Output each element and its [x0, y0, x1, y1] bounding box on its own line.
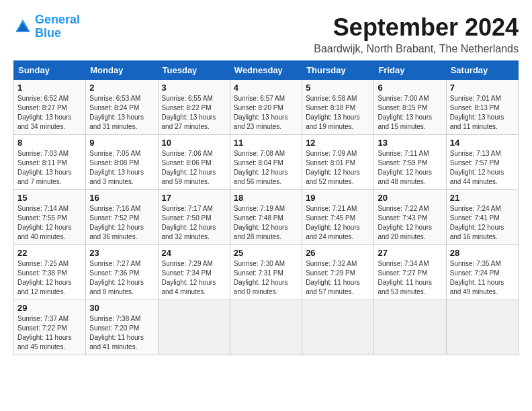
- calendar-cell: 4Sunrise: 6:57 AMSunset: 8:20 PMDaylight…: [230, 80, 302, 135]
- day-info: Sunrise: 7:08 AMSunset: 8:04 PMDaylight:…: [234, 149, 298, 187]
- calendar-week-2: 8Sunrise: 7:03 AMSunset: 8:11 PMDaylight…: [14, 135, 519, 190]
- calendar-cell: 22Sunrise: 7:25 AMSunset: 7:38 PMDayligh…: [14, 245, 86, 300]
- day-info: Sunrise: 7:22 AMSunset: 7:43 PMDaylight:…: [378, 204, 442, 242]
- day-info: Sunrise: 7:13 AMSunset: 7:57 PMDaylight:…: [450, 149, 515, 187]
- header-tuesday: Tuesday: [158, 61, 230, 80]
- day-number: 4: [234, 83, 298, 93]
- day-info: Sunrise: 7:01 AMSunset: 8:13 PMDaylight:…: [450, 94, 515, 132]
- header-thursday: Thursday: [302, 61, 374, 80]
- calendar-cell: 27Sunrise: 7:34 AMSunset: 7:27 PMDayligh…: [374, 245, 446, 300]
- calendar-week-3: 15Sunrise: 7:14 AMSunset: 7:55 PMDayligh…: [14, 190, 519, 245]
- calendar-cell: [446, 300, 518, 355]
- day-info: Sunrise: 7:14 AMSunset: 7:55 PMDaylight:…: [17, 204, 82, 242]
- day-info: Sunrise: 7:19 AMSunset: 7:48 PMDaylight:…: [234, 204, 298, 242]
- day-number: 23: [89, 248, 154, 258]
- calendar-cell: 15Sunrise: 7:14 AMSunset: 7:55 PMDayligh…: [14, 190, 86, 245]
- day-info: Sunrise: 7:37 AMSunset: 7:22 PMDaylight:…: [17, 314, 82, 352]
- calendar-cell: 26Sunrise: 7:32 AMSunset: 7:29 PMDayligh…: [302, 245, 374, 300]
- header-sunday: Sunday: [14, 61, 86, 80]
- day-number: 20: [378, 193, 442, 203]
- logo: GeneralBlue: [13, 13, 80, 40]
- day-number: 16: [89, 193, 154, 203]
- day-info: Sunrise: 7:25 AMSunset: 7:38 PMDaylight:…: [17, 259, 82, 297]
- title-block: September 2024 Baardwijk, North Brabant,…: [314, 13, 519, 55]
- header-wednesday: Wednesday: [230, 61, 302, 80]
- header-friday: Friday: [374, 61, 446, 80]
- day-info: Sunrise: 6:55 AMSunset: 8:22 PMDaylight:…: [162, 94, 226, 132]
- calendar-cell: 3Sunrise: 6:55 AMSunset: 8:22 PMDaylight…: [158, 80, 230, 135]
- day-info: Sunrise: 7:29 AMSunset: 7:34 PMDaylight:…: [162, 259, 226, 297]
- day-info: Sunrise: 7:00 AMSunset: 8:15 PMDaylight:…: [378, 94, 442, 132]
- calendar-week-4: 22Sunrise: 7:25 AMSunset: 7:38 PMDayligh…: [14, 245, 519, 300]
- calendar-cell: 29Sunrise: 7:37 AMSunset: 7:22 PMDayligh…: [14, 300, 86, 355]
- day-number: 7: [450, 83, 515, 93]
- calendar-cell: 20Sunrise: 7:22 AMSunset: 7:43 PMDayligh…: [374, 190, 446, 245]
- calendar-cell: [230, 300, 302, 355]
- day-number: 24: [162, 248, 226, 258]
- day-number: 12: [306, 138, 370, 148]
- location-subtitle: Baardwijk, North Brabant, The Netherland…: [314, 43, 519, 55]
- day-info: Sunrise: 7:27 AMSunset: 7:36 PMDaylight:…: [89, 259, 154, 297]
- day-info: Sunrise: 7:35 AMSunset: 7:24 PMDaylight:…: [450, 259, 515, 297]
- day-number: 13: [378, 138, 442, 148]
- calendar-week-1: 1Sunrise: 6:52 AMSunset: 8:27 PMDaylight…: [14, 80, 519, 135]
- calendar-cell: 12Sunrise: 7:09 AMSunset: 8:01 PMDayligh…: [302, 135, 374, 190]
- day-number: 30: [89, 303, 154, 313]
- calendar-cell: 23Sunrise: 7:27 AMSunset: 7:36 PMDayligh…: [86, 245, 158, 300]
- day-info: Sunrise: 6:57 AMSunset: 8:20 PMDaylight:…: [234, 94, 298, 132]
- day-number: 27: [378, 248, 442, 258]
- header-monday: Monday: [86, 61, 158, 80]
- day-number: 1: [17, 83, 82, 93]
- day-info: Sunrise: 6:53 AMSunset: 8:24 PMDaylight:…: [89, 94, 154, 132]
- calendar-cell: [158, 300, 230, 355]
- day-number: 6: [378, 83, 442, 93]
- day-info: Sunrise: 7:16 AMSunset: 7:52 PMDaylight:…: [89, 204, 154, 242]
- calendar-cell: 11Sunrise: 7:08 AMSunset: 8:04 PMDayligh…: [230, 135, 302, 190]
- day-info: Sunrise: 6:52 AMSunset: 8:27 PMDaylight:…: [17, 94, 82, 132]
- day-number: 22: [17, 248, 82, 258]
- day-info: Sunrise: 7:32 AMSunset: 7:29 PMDaylight:…: [306, 259, 370, 297]
- calendar-cell: 30Sunrise: 7:38 AMSunset: 7:20 PMDayligh…: [86, 300, 158, 355]
- calendar-cell: 17Sunrise: 7:17 AMSunset: 7:50 PMDayligh…: [158, 190, 230, 245]
- calendar-cell: 9Sunrise: 7:05 AMSunset: 8:08 PMDaylight…: [86, 135, 158, 190]
- calendar-header-row: SundayMondayTuesdayWednesdayThursdayFrid…: [14, 61, 519, 80]
- day-number: 9: [89, 138, 154, 148]
- calendar-cell: 25Sunrise: 7:30 AMSunset: 7:31 PMDayligh…: [230, 245, 302, 300]
- day-number: 11: [234, 138, 298, 148]
- calendar-cell: 13Sunrise: 7:11 AMSunset: 7:59 PMDayligh…: [374, 135, 446, 190]
- calendar-cell: 14Sunrise: 7:13 AMSunset: 7:57 PMDayligh…: [446, 135, 518, 190]
- calendar-cell: 5Sunrise: 6:58 AMSunset: 8:18 PMDaylight…: [302, 80, 374, 135]
- calendar-cell: 1Sunrise: 6:52 AMSunset: 8:27 PMDaylight…: [14, 80, 86, 135]
- day-number: 29: [17, 303, 82, 313]
- day-number: 17: [162, 193, 226, 203]
- calendar-cell: 7Sunrise: 7:01 AMSunset: 8:13 PMDaylight…: [446, 80, 518, 135]
- day-info: Sunrise: 7:17 AMSunset: 7:50 PMDaylight:…: [162, 204, 226, 242]
- day-info: Sunrise: 6:58 AMSunset: 8:18 PMDaylight:…: [306, 94, 370, 132]
- day-number: 10: [162, 138, 226, 148]
- day-number: 26: [306, 248, 370, 258]
- day-info: Sunrise: 7:03 AMSunset: 8:11 PMDaylight:…: [17, 149, 82, 187]
- logo-text: GeneralBlue: [35, 13, 80, 40]
- calendar-week-5: 29Sunrise: 7:37 AMSunset: 7:22 PMDayligh…: [14, 300, 519, 355]
- calendar-cell: 6Sunrise: 7:00 AMSunset: 8:15 PMDaylight…: [374, 80, 446, 135]
- calendar-cell: 19Sunrise: 7:21 AMSunset: 7:45 PMDayligh…: [302, 190, 374, 245]
- day-number: 28: [450, 248, 515, 258]
- calendar-cell: 18Sunrise: 7:19 AMSunset: 7:48 PMDayligh…: [230, 190, 302, 245]
- calendar-cell: [302, 300, 374, 355]
- day-number: 3: [162, 83, 226, 93]
- day-number: 21: [450, 193, 515, 203]
- calendar-cell: 10Sunrise: 7:06 AMSunset: 8:06 PMDayligh…: [158, 135, 230, 190]
- calendar-cell: 21Sunrise: 7:24 AMSunset: 7:41 PMDayligh…: [446, 190, 518, 245]
- day-number: 15: [17, 193, 82, 203]
- calendar-cell: 8Sunrise: 7:03 AMSunset: 8:11 PMDaylight…: [14, 135, 86, 190]
- calendar-cell: 2Sunrise: 6:53 AMSunset: 8:24 PMDaylight…: [86, 80, 158, 135]
- day-info: Sunrise: 7:34 AMSunset: 7:27 PMDaylight:…: [378, 259, 442, 297]
- month-year-title: September 2024: [314, 13, 519, 42]
- day-info: Sunrise: 7:05 AMSunset: 8:08 PMDaylight:…: [89, 149, 154, 187]
- logo-icon: [13, 17, 32, 36]
- calendar-cell: 16Sunrise: 7:16 AMSunset: 7:52 PMDayligh…: [86, 190, 158, 245]
- day-number: 2: [89, 83, 154, 93]
- day-info: Sunrise: 7:30 AMSunset: 7:31 PMDaylight:…: [234, 259, 298, 297]
- day-info: Sunrise: 7:06 AMSunset: 8:06 PMDaylight:…: [162, 149, 226, 187]
- day-info: Sunrise: 7:38 AMSunset: 7:20 PMDaylight:…: [89, 314, 154, 352]
